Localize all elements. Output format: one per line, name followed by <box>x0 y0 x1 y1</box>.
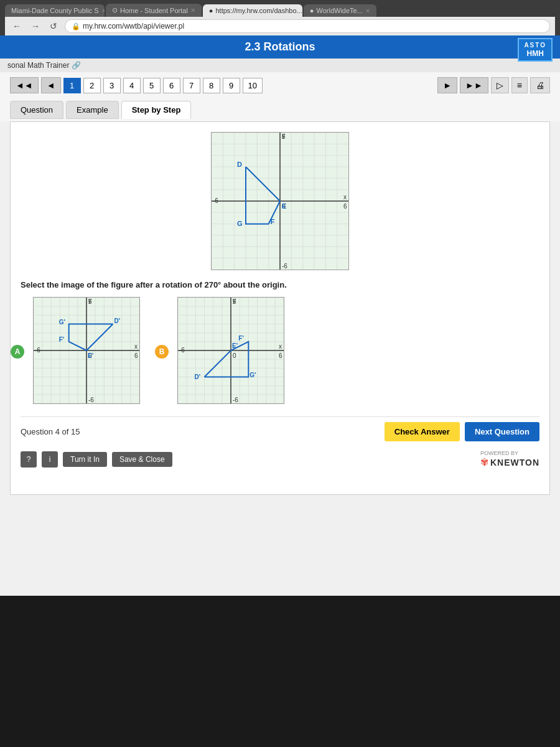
page-3-button[interactable]: 3 <box>103 78 121 93</box>
page-title: 2.3 Rotations <box>245 40 315 54</box>
tab-close-icon[interactable]: ✕ <box>190 7 195 14</box>
browser-chrome: Miami-Dade County Public S ✕ ⊙ Home - St… <box>0 0 560 35</box>
page-8-button[interactable]: 8 <box>203 78 220 93</box>
page-2-button[interactable]: 2 <box>83 78 101 93</box>
page-10-button[interactable]: 10 <box>243 78 263 93</box>
address-bar[interactable]: 🔒 my.hrw.com/wwtb/api/viewer.pl <box>65 19 550 33</box>
knewton-text: KNEWTON <box>490 458 539 467</box>
subheader-text: sonal Math Trainer <box>7 61 69 70</box>
option-a-label: A <box>11 345 24 359</box>
next-question-button[interactable]: Next Question <box>465 422 539 441</box>
content-area: Select the image of the figure after a r… <box>10 121 550 495</box>
question-text: Select the image of the figure after a r… <box>21 280 539 289</box>
page-5-button[interactable]: 5 <box>143 78 161 93</box>
asto-text: ASTO <box>524 42 546 49</box>
hmh-logo: ASTO HMH <box>518 38 553 62</box>
tab-close-icon[interactable]: ✕ <box>365 7 370 14</box>
tab-label: https://my.hrw.com/dashbo... <box>216 7 302 14</box>
fast-forward-button[interactable]: ►► <box>460 77 488 93</box>
play-icon-button[interactable]: ▷ <box>491 77 509 93</box>
forward-button[interactable]: → <box>29 20 42 32</box>
app-container: 2.3 Rotations ASTO HMH sonal Math Traine… <box>0 35 560 596</box>
hmh-text: HMH <box>524 49 546 58</box>
powered-by-text: POWERED BY <box>480 450 539 456</box>
page-right-buttons: ► ►► ▷ ≡ 🖨 <box>437 77 550 93</box>
question-counter: Question 4 of 15 <box>21 427 80 436</box>
info-button[interactable]: i <box>42 451 58 467</box>
pagination-row: ◄◄ ◄ 1 2 3 4 5 6 7 8 9 10 ► ►► ▷ ≡ 🖨 <box>0 72 560 98</box>
back-button[interactable]: ← <box>10 20 24 32</box>
check-answer-button[interactable]: Check Answer <box>385 422 460 441</box>
tab-example[interactable]: Example <box>66 101 119 119</box>
footer-buttons: ? i Turn it In Save & Close POWERED BY ✾… <box>21 446 539 472</box>
link-icon: 🔗 <box>72 61 81 70</box>
option-b-graph <box>177 297 284 404</box>
main-graph-container <box>21 132 539 273</box>
tab-favicon: ● <box>310 7 314 14</box>
option-a-graph <box>33 297 140 404</box>
tab-home[interactable]: ⊙ Home - Student Portal ✕ <box>106 4 202 17</box>
knewton-icon: ✾ <box>480 456 488 468</box>
question-mark-button[interactable]: ? <box>21 451 37 467</box>
address-bar-row: ← → ↺ 🔒 my.hrw.com/wwtb/api/viewer.pl <box>5 17 555 35</box>
lock-icon: 🔒 <box>72 22 80 31</box>
option-a[interactable]: A <box>21 297 140 406</box>
app-subheader: sonal Math Trainer 🔗 <box>0 59 560 72</box>
print-icon-button[interactable]: 🖨 <box>530 77 550 93</box>
main-graph-canvas <box>211 132 349 270</box>
tab-worldwide[interactable]: ● WorldWideTe... ✕ <box>304 4 376 17</box>
list-icon-button[interactable]: ≡ <box>511 77 528 93</box>
tabs-row: Question Example Step by Step <box>0 98 560 121</box>
tab-hrw[interactable]: ● https://my.hrw.com/dashbo... ✕ <box>203 4 302 17</box>
bottom-row: Question 4 of 15 Check Answer Next Quest… <box>21 416 539 446</box>
reload-button[interactable]: ↺ <box>47 20 60 32</box>
app-header: 2.3 Rotations ASTO HMH <box>0 35 560 59</box>
tab-close-icon[interactable]: ✕ <box>101 7 105 14</box>
back-page-button[interactable]: ◄ <box>41 77 61 93</box>
page-1-button[interactable]: 1 <box>63 78 81 93</box>
tab-label: Miami-Dade County Public S <box>11 7 99 14</box>
tab-label: WorldWideTe... <box>317 7 363 14</box>
option-b-label: B <box>155 345 169 359</box>
option-b[interactable]: B <box>165 297 284 406</box>
bottom-right-buttons: Check Answer Next Question <box>385 422 539 441</box>
page-9-button[interactable]: 9 <box>223 78 240 93</box>
tab-favicon: ⊙ <box>112 6 118 14</box>
tab-bar: Miami-Dade County Public S ✕ ⊙ Home - St… <box>5 4 555 17</box>
answer-options: A B <box>21 297 539 406</box>
save-close-button[interactable]: Save & Close <box>112 452 172 467</box>
tab-favicon: ● <box>209 7 213 14</box>
address-text: my.hrw.com/wwtb/api/viewer.pl <box>83 22 184 31</box>
tab-miami[interactable]: Miami-Dade County Public S ✕ <box>5 4 105 17</box>
tab-question[interactable]: Question <box>10 101 63 119</box>
page-7-button[interactable]: 7 <box>183 78 200 93</box>
tab-step-by-step[interactable]: Step by Step <box>121 101 192 119</box>
forward-page-button[interactable]: ► <box>437 77 457 93</box>
page-4-button[interactable]: 4 <box>123 78 141 93</box>
turn-it-in-button[interactable]: Turn it In <box>63 452 107 467</box>
knewton-logo: POWERED BY ✾ KNEWTON <box>480 450 539 468</box>
fast-back-button[interactable]: ◄◄ <box>10 77 39 93</box>
main-graph-wrapper <box>211 132 349 273</box>
tab-label: Home - Student Portal <box>120 7 188 14</box>
page-6-button[interactable]: 6 <box>163 78 180 93</box>
